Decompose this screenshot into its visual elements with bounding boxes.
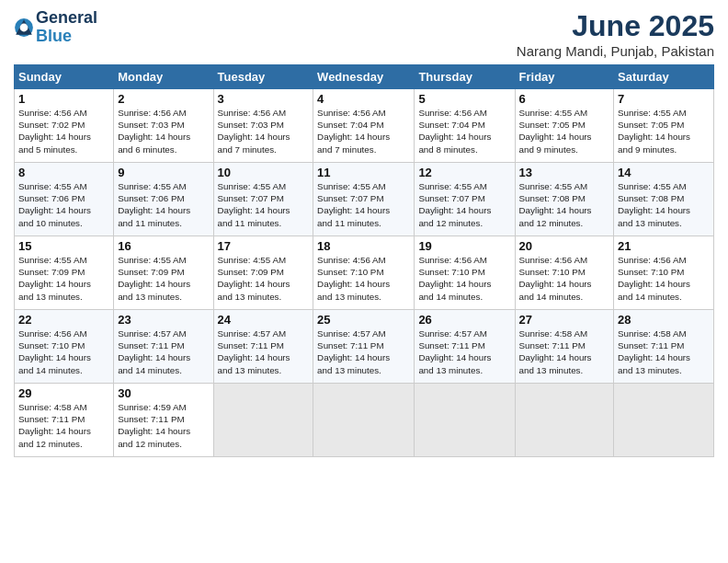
calendar-week-1: 1Sunrise: 4:56 AM Sunset: 7:02 PM Daylig… [15,89,714,163]
day-info: Sunrise: 4:56 AM Sunset: 7:10 PM Dayligh… [317,254,410,303]
day-info: Sunrise: 4:55 AM Sunset: 7:08 PM Dayligh… [519,180,610,229]
calendar-cell: 26Sunrise: 4:57 AM Sunset: 7:11 PM Dayli… [415,310,515,384]
day-number: 20 [519,239,610,253]
day-number: 30 [118,386,209,400]
day-number: 4 [317,92,410,106]
calendar-cell: 24Sunrise: 4:57 AM Sunset: 7:11 PM Dayli… [213,310,313,384]
calendar-cell: 9Sunrise: 4:55 AM Sunset: 7:06 PM Daylig… [114,163,213,236]
day-number: 9 [118,166,209,179]
calendar-cell: 6Sunrise: 4:55 AM Sunset: 7:05 PM Daylig… [515,89,614,163]
calendar-cell [614,384,714,457]
day-info: Sunrise: 4:55 AM Sunset: 7:07 PM Dayligh… [418,180,510,229]
day-number: 1 [18,92,109,106]
logo-icon [14,17,34,38]
calendar-cell: 15Sunrise: 4:55 AM Sunset: 7:09 PM Dayli… [15,236,114,310]
day-info: Sunrise: 4:57 AM Sunset: 7:11 PM Dayligh… [317,327,410,376]
page: GeneralGeneral Blue June 2025 Narang Man… [0,0,728,563]
logo: GeneralGeneral Blue [14,9,97,46]
calendar-header-row: SundayMondayTuesdayWednesdayThursdayFrid… [15,65,714,89]
calendar-cell: 16Sunrise: 4:55 AM Sunset: 7:09 PM Dayli… [114,236,213,310]
day-number: 22 [18,313,109,327]
day-number: 7 [618,92,710,106]
header-day-sunday: Sunday [15,65,114,89]
day-number: 24 [218,313,310,327]
calendar-cell: 23Sunrise: 4:57 AM Sunset: 7:11 PM Dayli… [114,310,213,384]
calendar-cell: 5Sunrise: 4:56 AM Sunset: 7:04 PM Daylig… [415,89,515,163]
day-number: 26 [418,313,510,327]
calendar-cell: 13Sunrise: 4:55 AM Sunset: 7:08 PM Dayli… [515,163,614,236]
calendar-cell: 30Sunrise: 4:59 AM Sunset: 7:11 PM Dayli… [114,384,213,457]
calendar-week-5: 29Sunrise: 4:58 AM Sunset: 7:11 PM Dayli… [15,384,714,457]
day-number: 6 [519,92,610,106]
calendar-cell: 11Sunrise: 4:55 AM Sunset: 7:07 PM Dayli… [313,163,415,236]
calendar-week-4: 22Sunrise: 4:56 AM Sunset: 7:10 PM Dayli… [15,310,714,384]
day-number: 3 [218,92,310,106]
day-info: Sunrise: 4:56 AM Sunset: 7:03 PM Dayligh… [118,107,209,155]
day-info: Sunrise: 4:55 AM Sunset: 7:07 PM Dayligh… [317,180,410,229]
header-day-wednesday: Wednesday [313,65,415,89]
day-info: Sunrise: 4:55 AM Sunset: 7:07 PM Dayligh… [218,180,310,229]
day-number: 28 [618,313,710,327]
header: GeneralGeneral Blue June 2025 Narang Man… [14,9,714,59]
day-number: 18 [317,239,410,253]
day-number: 12 [418,166,510,179]
calendar-cell: 19Sunrise: 4:56 AM Sunset: 7:10 PM Dayli… [415,236,515,310]
svg-point-2 [20,23,28,31]
day-number: 29 [18,386,109,400]
day-info: Sunrise: 4:55 AM Sunset: 7:08 PM Dayligh… [618,180,710,229]
calendar-cell [313,384,415,457]
day-info: Sunrise: 4:56 AM Sunset: 7:03 PM Dayligh… [218,107,310,155]
day-info: Sunrise: 4:56 AM Sunset: 7:02 PM Dayligh… [18,107,109,155]
day-number: 16 [118,239,209,253]
logo-text: GeneralGeneral Blue [36,9,97,46]
day-number: 11 [317,166,410,179]
day-number: 17 [218,239,310,253]
day-number: 2 [118,92,209,106]
header-day-monday: Monday [114,65,213,89]
calendar-cell: 1Sunrise: 4:56 AM Sunset: 7:02 PM Daylig… [15,89,114,163]
day-info: Sunrise: 4:55 AM Sunset: 7:09 PM Dayligh… [18,254,109,303]
calendar-cell: 21Sunrise: 4:56 AM Sunset: 7:10 PM Dayli… [614,236,714,310]
day-number: 19 [418,239,510,253]
day-number: 25 [317,313,410,327]
calendar-cell: 22Sunrise: 4:56 AM Sunset: 7:10 PM Dayli… [15,310,114,384]
calendar-cell: 14Sunrise: 4:55 AM Sunset: 7:08 PM Dayli… [614,163,714,236]
calendar-cell: 25Sunrise: 4:57 AM Sunset: 7:11 PM Dayli… [313,310,415,384]
calendar-cell [213,384,313,457]
day-info: Sunrise: 4:55 AM Sunset: 7:06 PM Dayligh… [18,180,109,229]
day-number: 5 [418,92,510,106]
day-number: 13 [519,166,610,179]
day-number: 21 [618,239,710,253]
calendar-cell: 27Sunrise: 4:58 AM Sunset: 7:11 PM Dayli… [515,310,614,384]
day-info: Sunrise: 4:55 AM Sunset: 7:09 PM Dayligh… [118,254,209,303]
calendar-cell: 3Sunrise: 4:56 AM Sunset: 7:03 PM Daylig… [213,89,313,163]
calendar-cell: 10Sunrise: 4:55 AM Sunset: 7:07 PM Dayli… [213,163,313,236]
day-info: Sunrise: 4:55 AM Sunset: 7:09 PM Dayligh… [218,254,310,303]
day-number: 14 [618,166,710,179]
header-day-saturday: Saturday [614,65,714,89]
day-number: 8 [18,166,109,179]
day-info: Sunrise: 4:55 AM Sunset: 7:06 PM Dayligh… [118,180,209,229]
day-info: Sunrise: 4:56 AM Sunset: 7:04 PM Dayligh… [418,107,510,155]
day-info: Sunrise: 4:57 AM Sunset: 7:11 PM Dayligh… [218,327,310,376]
header-day-thursday: Thursday [415,65,515,89]
header-day-tuesday: Tuesday [213,65,313,89]
day-info: Sunrise: 4:56 AM Sunset: 7:04 PM Dayligh… [317,107,410,155]
title-block: June 2025 Narang Mandi, Punjab, Pakistan [517,9,714,59]
day-number: 15 [18,239,109,253]
day-number: 10 [218,166,310,179]
calendar-table: SundayMondayTuesdayWednesdayThursdayFrid… [14,64,714,457]
day-info: Sunrise: 4:56 AM Sunset: 7:10 PM Dayligh… [618,254,710,303]
calendar-cell: 2Sunrise: 4:56 AM Sunset: 7:03 PM Daylig… [114,89,213,163]
calendar-cell: 4Sunrise: 4:56 AM Sunset: 7:04 PM Daylig… [313,89,415,163]
day-info: Sunrise: 4:57 AM Sunset: 7:11 PM Dayligh… [418,327,510,376]
calendar-cell: 18Sunrise: 4:56 AM Sunset: 7:10 PM Dayli… [313,236,415,310]
calendar-cell [515,384,614,457]
day-info: Sunrise: 4:56 AM Sunset: 7:10 PM Dayligh… [18,327,109,376]
header-day-friday: Friday [515,65,614,89]
calendar-week-2: 8Sunrise: 4:55 AM Sunset: 7:06 PM Daylig… [15,163,714,236]
day-info: Sunrise: 4:59 AM Sunset: 7:11 PM Dayligh… [118,401,209,450]
calendar-cell [415,384,515,457]
calendar-cell: 8Sunrise: 4:55 AM Sunset: 7:06 PM Daylig… [15,163,114,236]
calendar-cell: 17Sunrise: 4:55 AM Sunset: 7:09 PM Dayli… [213,236,313,310]
